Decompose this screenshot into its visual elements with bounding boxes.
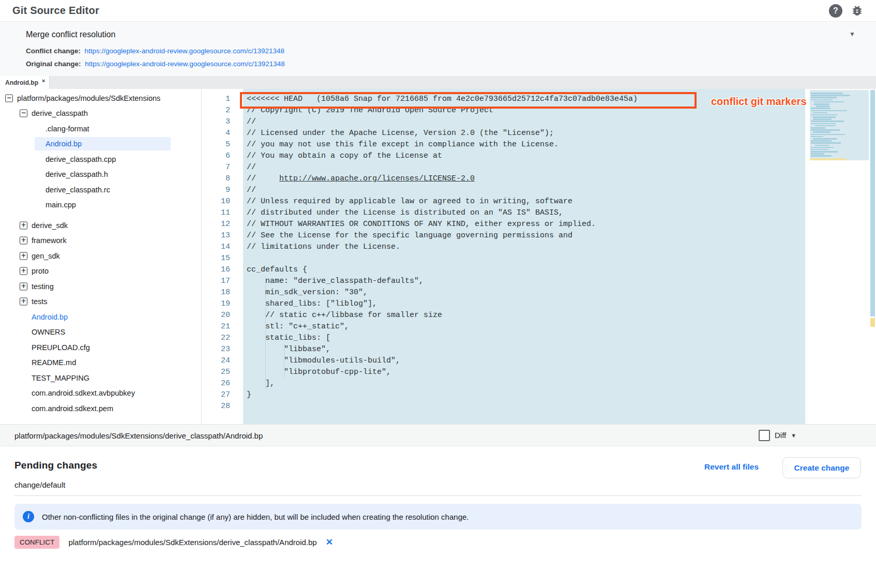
tree-item-label: OWNERS bbox=[32, 328, 65, 336]
code-line-14[interactable]: // limitations under the License. bbox=[243, 242, 805, 253]
code-line-8[interactable]: // http://www.apache.org/licenses/LICENS… bbox=[243, 173, 805, 185]
minimap-line bbox=[814, 101, 844, 103]
tree-item-readme-md[interactable]: README.md bbox=[0, 355, 201, 371]
code-line-7[interactable]: // bbox=[243, 162, 805, 173]
tree-item-framework[interactable]: +framework bbox=[0, 233, 201, 249]
tree-item-label: derive_sdk bbox=[32, 221, 68, 230]
collapse-panel-caret-icon[interactable]: ▼ bbox=[849, 31, 855, 38]
info-icon: i bbox=[23, 511, 34, 522]
code-content[interactable]: <<<<<<< HEAD (1058a6 Snap for 7216685 fr… bbox=[243, 94, 805, 412]
code-line-27[interactable]: } bbox=[243, 389, 805, 401]
tree-item-com-android-sdkext-avbpubkey[interactable]: com.android.sdkext.avbpubkey bbox=[0, 386, 201, 401]
app-header: Git Source Editor ? bbox=[0, 0, 876, 22]
line-number: 23 bbox=[202, 344, 230, 355]
diff-checkbox[interactable] bbox=[759, 430, 770, 441]
tree-item-testing[interactable]: +testing bbox=[0, 279, 201, 294]
tab-strip: Android.bp × bbox=[0, 76, 876, 89]
tree-item-derive-classpath-rc[interactable]: derive_classpath.rc bbox=[0, 182, 201, 198]
code-line-26[interactable]: ], bbox=[243, 378, 805, 389]
tab-close-icon[interactable]: × bbox=[42, 78, 45, 84]
code-text: static_libs: [ bbox=[247, 334, 330, 342]
code-line-28[interactable] bbox=[243, 401, 805, 412]
line-number: 8 bbox=[202, 173, 230, 185]
tree-item-android-bp[interactable]: Android.bp bbox=[0, 137, 201, 152]
tree-item-label: derive_classpath.rc bbox=[46, 186, 110, 194]
collapse-icon[interactable]: − bbox=[5, 94, 13, 102]
remove-file-icon[interactable]: ✕ bbox=[326, 537, 333, 548]
diff-caret-icon[interactable]: ▼ bbox=[791, 432, 796, 439]
code-line-5[interactable]: // you may not use this file except in c… bbox=[243, 139, 805, 150]
code-editor[interactable]: 1234567891011121314151617181920212223242… bbox=[202, 89, 876, 424]
minimap-line bbox=[811, 134, 845, 135]
line-number: 9 bbox=[202, 185, 230, 196]
diff-toggle-group: Diff ▼ bbox=[759, 430, 796, 441]
tree-item-derive-classpath-cpp[interactable]: derive_classpath.cpp bbox=[0, 152, 201, 167]
overview-ruler-scrollbar[interactable] bbox=[870, 90, 875, 423]
line-number: 19 bbox=[202, 298, 230, 310]
collapse-icon[interactable]: − bbox=[20, 110, 27, 117]
minimap-line bbox=[815, 125, 836, 127]
tree-item-android-bp[interactable]: Android.bp bbox=[0, 309, 201, 325]
code-line-4[interactable]: // Licensed under the Apache License, Ve… bbox=[243, 128, 805, 139]
tree-item-gen-sdk[interactable]: +gen_sdk bbox=[0, 248, 201, 264]
tree-item-proto[interactable]: +proto bbox=[0, 264, 201, 279]
tree-item-platform-packages-modules-sdkextensions[interactable]: −platform/packages/modules/SdkExtensions bbox=[0, 91, 201, 106]
tab-android-bp[interactable]: Android.bp × bbox=[0, 76, 50, 89]
code-text: "libmodules-utils-build", bbox=[247, 356, 400, 365]
tree-item--clang-format[interactable]: .clang-format bbox=[0, 121, 201, 137]
code-line-12[interactable]: // WITHOUT WARRANTIES OR CONDITIONS OF A… bbox=[243, 219, 805, 230]
code-line-20[interactable]: // static c++/libbase for smaller size bbox=[243, 310, 805, 321]
tree-item-tests[interactable]: +tests bbox=[0, 294, 201, 310]
code-text: } bbox=[247, 390, 251, 399]
expand-icon[interactable]: + bbox=[20, 298, 27, 306]
code-line-10[interactable]: // Unless required by applicable law or … bbox=[243, 196, 805, 207]
code-line-15[interactable] bbox=[243, 253, 805, 264]
minimap-line bbox=[811, 93, 843, 94]
tree-item-preupload-cfg[interactable]: PREUPLOAD.cfg bbox=[0, 340, 201, 355]
code-line-24[interactable]: "libmodules-utils-build", bbox=[243, 355, 805, 367]
tree-item-test-mapping[interactable]: TEST_MAPPING bbox=[0, 370, 201, 386]
tree-item-derive-classpath[interactable]: −derive_classpath bbox=[0, 106, 201, 122]
original-change-link[interactable]: https://googleplex-android-review.google… bbox=[85, 60, 285, 68]
minimap-line bbox=[813, 112, 827, 114]
tree-item-derive-sdk[interactable]: +derive_sdk bbox=[0, 218, 201, 233]
help-icon[interactable]: ? bbox=[829, 4, 842, 18]
minimap-line bbox=[811, 140, 832, 142]
expand-icon[interactable]: + bbox=[20, 267, 27, 275]
conflict-change-link[interactable]: https://googleplex-android-review.google… bbox=[85, 47, 285, 55]
tree-item-label: testing bbox=[32, 282, 54, 291]
create-change-button[interactable]: Create change bbox=[782, 457, 861, 478]
bug-icon[interactable] bbox=[851, 4, 864, 17]
expand-icon[interactable]: + bbox=[20, 282, 27, 290]
revert-all-files-button[interactable]: Revert all files bbox=[704, 462, 759, 472]
code-line-13[interactable]: // See the License for the specific lang… bbox=[243, 230, 805, 242]
code-line-6[interactable]: // You may obtain a copy of the License … bbox=[243, 150, 805, 162]
code-line-19[interactable]: shared_libs: ["liblog"], bbox=[243, 298, 805, 310]
code-line-18[interactable]: min_sdk_version: "30", bbox=[243, 287, 805, 298]
conflict-change-row: Conflict change: https://googleplex-andr… bbox=[26, 47, 284, 55]
expand-icon[interactable]: + bbox=[20, 221, 27, 229]
expand-icon[interactable]: + bbox=[20, 237, 27, 245]
expand-icon[interactable]: + bbox=[20, 252, 27, 260]
tree-item-main-cpp[interactable]: main.cpp bbox=[0, 198, 201, 213]
pending-changes-title: Pending changes bbox=[14, 460, 97, 471]
code-line-23[interactable]: "libbase", bbox=[243, 344, 805, 355]
code-line-22[interactable]: static_libs: [ bbox=[243, 333, 805, 344]
code-line-21[interactable]: stl: "c++_static", bbox=[243, 321, 805, 333]
minimap-line bbox=[811, 123, 836, 125]
tree-item-label: TEST_MAPPING bbox=[32, 374, 89, 382]
tree-item-owners[interactable]: OWNERS bbox=[0, 325, 201, 340]
code-line-16[interactable]: cc_defaults { bbox=[243, 264, 805, 276]
code-text: cc_defaults { bbox=[247, 265, 307, 274]
tree-item-derive-classpath-h[interactable]: derive_classpath.h bbox=[0, 167, 201, 183]
line-number: 5 bbox=[202, 139, 230, 150]
code-line-3[interactable]: // bbox=[243, 116, 805, 128]
minimap-line bbox=[811, 99, 833, 101]
code-line-17[interactable]: name: "derive_classpath-defaults", bbox=[243, 276, 805, 287]
tree-item-com-android-sdkext-pem[interactable]: com.android.sdkext.pem bbox=[0, 401, 201, 416]
code-line-11[interactable]: // distributed under the License is dist… bbox=[243, 207, 805, 219]
code-line-25[interactable]: "libprotobuf-cpp-lite", bbox=[243, 367, 805, 378]
minimap[interactable] bbox=[810, 90, 869, 160]
code-line-9[interactable]: // bbox=[243, 185, 805, 196]
minimap-line bbox=[811, 147, 834, 148]
